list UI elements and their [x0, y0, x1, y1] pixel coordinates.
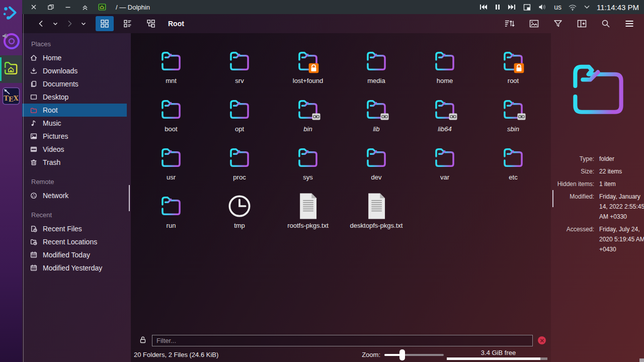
maximize-window-icon[interactable] — [77, 0, 93, 14]
icons-view-button[interactable] — [96, 16, 114, 31]
wifi-icon[interactable] — [568, 4, 577, 11]
sidebar-item-pictures[interactable]: Pictures — [22, 130, 127, 143]
preview-icon[interactable] — [527, 17, 541, 30]
file-item-sys[interactable]: sys — [274, 142, 342, 190]
file-item-run[interactable]: run — [137, 190, 205, 238]
sidebar-scrollbar[interactable] — [129, 185, 130, 211]
folder-icon — [157, 96, 185, 124]
titlebar[interactable]: / — Dolphin us 11 — [22, 0, 644, 14]
zoom-slider[interactable] — [384, 350, 444, 360]
breadcrumb-location[interactable]: Root — [168, 20, 184, 28]
sidebar-item-desktop[interactable]: Desktop — [22, 90, 127, 104]
app-dock: TEX — [0, 0, 22, 362]
file-item-lib[interactable]: lib — [342, 94, 411, 142]
tray-expand-icon[interactable] — [584, 5, 590, 10]
file-grid: mntsrvlost+foundmediahomerootbootoptbinl… — [131, 33, 551, 333]
media-next-icon[interactable] — [508, 3, 516, 11]
file-item-label: lost+found — [293, 77, 323, 84]
sidebar-item-videos[interactable]: Videos — [22, 143, 127, 156]
property-label: Size: — [552, 166, 594, 176]
file-item-dev[interactable]: dev — [342, 142, 411, 190]
sidebar-item-network[interactable]: Network — [22, 189, 127, 202]
close-filter-icon[interactable] — [538, 336, 546, 344]
sidebar-item-recent-files[interactable]: Recent Files — [22, 222, 127, 235]
dock-item-dolphin[interactable] — [0, 55, 22, 83]
sidebar-item-modified-yesterday[interactable]: Modified Yesterday — [22, 261, 127, 275]
file-item-label: home — [437, 77, 453, 84]
file-item-usr[interactable]: usr — [137, 142, 205, 190]
forward-history-icon[interactable] — [79, 19, 88, 28]
free-space-label: 3.4 GiB free — [447, 347, 550, 356]
filter-input[interactable] — [152, 335, 533, 346]
file-item-etc[interactable]: etc — [479, 142, 547, 190]
split-view-icon[interactable] — [575, 17, 589, 30]
file-item-proc[interactable]: proc — [205, 142, 274, 190]
download-icon — [29, 67, 38, 75]
media-pause-icon[interactable] — [494, 3, 501, 11]
sidebar-item-modified-today[interactable]: Modified Today — [22, 248, 127, 261]
dock-item-audio-player[interactable] — [0, 28, 22, 55]
file-item-lost-found[interactable]: lost+found — [274, 45, 342, 94]
file-item-lib64[interactable]: lib64 — [411, 94, 479, 142]
window-resize-grip[interactable] — [639, 358, 644, 362]
sidebar-item-label: Trash — [43, 158, 60, 166]
file-item-var[interactable]: var — [411, 142, 479, 190]
forward-button[interactable] — [63, 18, 75, 30]
back-history-icon[interactable] — [51, 19, 60, 28]
documents-icon — [29, 80, 38, 88]
file-item-label: var — [440, 173, 449, 181]
file-item-label: sbin — [507, 125, 519, 133]
restore-window-icon[interactable] — [43, 0, 58, 14]
back-button[interactable] — [35, 18, 47, 30]
sidebar-item-music[interactable]: Music — [22, 117, 127, 130]
sidebar-item-root[interactable]: Root — [22, 104, 127, 117]
file-item-boot[interactable]: boot — [137, 94, 205, 142]
sidebar-item-trash[interactable]: Trash — [22, 156, 127, 169]
file-item-tmp[interactable]: tmp — [205, 190, 274, 238]
sidebar-item-documents[interactable]: Documents — [22, 77, 127, 90]
sidebar-item-downloads[interactable]: Downloads — [22, 64, 127, 77]
file-item-root[interactable]: root — [479, 45, 547, 94]
file-item-label: mnt — [166, 77, 177, 84]
sidebar-item-label: Pictures — [43, 132, 68, 140]
file-item-label: sys — [303, 173, 313, 181]
minimize-window-icon[interactable] — [60, 0, 75, 14]
pictures-icon — [29, 132, 38, 141]
recent-locations-icon — [29, 238, 38, 246]
zoom-slider-handle[interactable] — [399, 349, 405, 360]
file-item-srv[interactable]: srv — [205, 45, 274, 94]
file-item-label: lib — [373, 125, 379, 133]
close-window-icon[interactable] — [26, 0, 41, 14]
file-item-label: run — [167, 222, 176, 229]
folder-icon — [294, 47, 322, 75]
clock[interactable]: 11:14:43 PM — [597, 3, 639, 12]
file-item-home[interactable]: home — [411, 45, 479, 94]
volume-icon[interactable] — [538, 3, 547, 11]
filter-icon[interactable] — [551, 17, 565, 30]
dock-item-launcher[interactable] — [0, 0, 22, 28]
sidebar-item-home[interactable]: Home — [22, 51, 127, 64]
dolphin-window: Root — [22, 14, 644, 362]
file-item-rootfs-pkgs-txt[interactable]: rootfs-pkgs.txt — [274, 190, 342, 238]
folder-icon — [294, 144, 322, 172]
sort-icon[interactable] — [503, 17, 517, 30]
hamburger-menu-icon[interactable] — [623, 18, 636, 30]
file-item-mnt[interactable]: mnt — [137, 45, 205, 94]
information-panel: Type:folderSize:22 itemsHidden items:1 i… — [551, 33, 644, 362]
file-item-media[interactable]: media — [342, 45, 411, 94]
property-value: folder — [599, 154, 644, 164]
file-item-desktopfs-pkgs-txt[interactable]: desktopfs-pkgs.txt — [342, 190, 411, 238]
panel-tray-icon[interactable] — [523, 3, 531, 12]
compact-view-button[interactable] — [119, 16, 137, 31]
keyboard-layout-indicator[interactable]: us — [554, 3, 561, 11]
file-item-bin[interactable]: bin — [274, 94, 342, 142]
search-icon[interactable] — [599, 17, 612, 30]
media-previous-icon[interactable] — [479, 3, 488, 11]
dock-item-tex-editor[interactable]: TEX — [0, 83, 22, 111]
details-view-button[interactable] — [142, 16, 160, 31]
file-item-opt[interactable]: opt — [205, 94, 274, 142]
lock-icon[interactable] — [139, 335, 147, 346]
info-panel-scrollbar[interactable] — [552, 190, 553, 207]
sidebar-item-recent-locations[interactable]: Recent Locations — [22, 235, 127, 248]
file-item-sbin[interactable]: sbin — [479, 94, 547, 142]
